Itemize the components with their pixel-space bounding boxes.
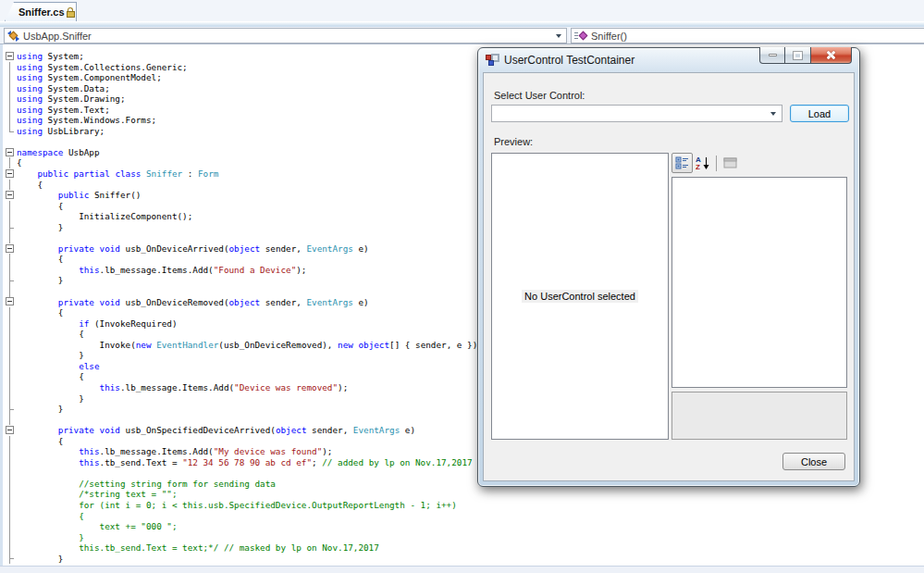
code-text: this.lb_message.Items.Add("Found a Devic… [17,265,306,276]
maximize-button[interactable] [785,47,810,64]
code-text: { [17,307,63,318]
fold-gutter [3,457,17,468]
load-button[interactable]: Load [790,105,849,122]
code-text: public Sniffer() [17,190,141,201]
code-text: using System.Windows.Forms; [17,115,156,126]
members-combobox[interactable]: Sniffer() [571,28,924,44]
minimize-button[interactable] [759,47,785,64]
code-line: } [3,532,924,543]
winforms-app-icon [486,54,499,67]
fold-gutter [3,446,17,457]
fold-gutter [3,479,17,490]
caption-buttons [759,47,852,64]
dialog-title: UserControl TestContainer [504,54,634,67]
fold-gutter [3,275,17,286]
categorized-button[interactable] [671,153,693,173]
fold-gutter [3,72,17,83]
fold-gutter [3,286,17,297]
code-text: this.lb_message.Items.Add("Device was re… [17,382,348,393]
close-window-button[interactable] [810,47,852,64]
minimize-icon [769,54,777,56]
fold-toggle[interactable] [3,243,17,255]
fold-gutter [3,393,17,405]
dialog-client-area: Select User Control: Load Preview: No Us… [483,72,855,481]
fold-toggle[interactable] [3,51,17,62]
svg-text:Z: Z [696,163,700,170]
property-pages-button[interactable] [721,153,740,173]
members-combobox-value: Sniffer() [591,31,627,42]
code-text: private void usb_OnSpecifiedDeviceArrive… [17,425,415,436]
navigation-bar: UsbApp.Sniffer Sniffer() [0,27,924,44]
fold-gutter [3,350,17,361]
fold-gutter [3,105,17,116]
code-text: using System.Text; [17,105,110,116]
fold-gutter [3,201,17,212]
close-button[interactable]: Close [782,453,845,470]
code-text: { [17,511,84,522]
code-text: private void usb_OnDeviceArrived(object … [17,243,369,255]
preview-label: Preview: [494,136,533,147]
code-text: this.lb_message.Items.Add("My device was… [17,446,332,457]
tab-sniffer-cs[interactable]: Sniffer.cs [5,2,77,21]
code-text: using UsbLibrary; [17,126,105,137]
code-text: this.tb_send.Text = "12 34 56 78 90 ab c… [17,457,473,468]
method-icon [574,30,588,42]
fold-gutter [3,93,17,105]
code-line: this.tb_send.Text = text;*/ // masked by… [3,542,924,554]
code-text: { [17,371,84,382]
propertygrid-toolbar: A Z [671,152,740,174]
code-text: using System.Collections.Generic; [17,62,188,73]
code-text: { [17,157,22,168]
code-text: private void usb_OnDeviceRemoved(object … [17,297,369,308]
fold-gutter [3,115,17,126]
fold-toggle[interactable] [3,190,17,201]
fold-toggle[interactable] [3,425,17,436]
fold-gutter [3,532,17,543]
select-usercontrol-label: Select User Control: [494,90,585,101]
alphabetical-sort-button[interactable]: A Z [693,153,712,173]
usercontrol-combobox[interactable] [491,105,782,122]
code-text: text += "000 "; [17,521,178,532]
fold-gutter [3,542,17,554]
types-combobox[interactable]: UsbApp.Sniffer [4,28,567,44]
maximize-icon [794,52,802,59]
fold-gutter [3,511,17,522]
dialog-titlebar[interactable]: UserControl TestContainer [478,48,859,72]
fold-gutter [3,222,17,233]
fold-gutter [3,136,17,147]
fold-gutter [3,307,17,318]
fold-gutter [3,467,17,479]
code-text: { [17,180,43,191]
chevron-down-icon[interactable] [556,34,561,38]
fold-gutter [3,329,17,340]
dialog-usercontrol-testcontainer: UserControl TestContainer Select User Co… [477,47,860,487]
code-text: } [17,532,84,543]
fold-gutter [3,500,17,511]
fold-gutter [3,318,17,330]
propertygrid-panel[interactable] [671,177,847,388]
fold-gutter [3,83,17,94]
preview-panel: No UserControl selected [491,153,669,440]
code-text: } [17,350,84,361]
code-text: } [17,554,63,565]
fold-toggle[interactable] [3,297,17,308]
fold-gutter [3,521,17,532]
fold-gutter [3,254,17,265]
code-text: { [17,254,63,265]
fold-gutter [3,232,17,243]
code-line: } [3,554,924,565]
fold-gutter [3,211,17,222]
ide-window: Sniffer.cs UsbApp.Sniffer Sniffer() usin… [0,0,924,573]
fold-toggle[interactable] [3,168,17,180]
chevron-down-icon[interactable] [770,112,776,116]
code-text: { [17,436,63,447]
categorized-icon [675,156,690,170]
fold-toggle[interactable] [3,147,17,158]
toolbar-separator [716,156,717,171]
fold-gutter [3,62,17,73]
fold-gutter [3,436,17,447]
code-text: for (int i = 0; i < this.usb.SpecifiedDe… [17,500,457,511]
code-text: else [17,361,100,372]
property-pages-icon [723,156,738,169]
code-text: /*string text = ""; [17,489,178,500]
